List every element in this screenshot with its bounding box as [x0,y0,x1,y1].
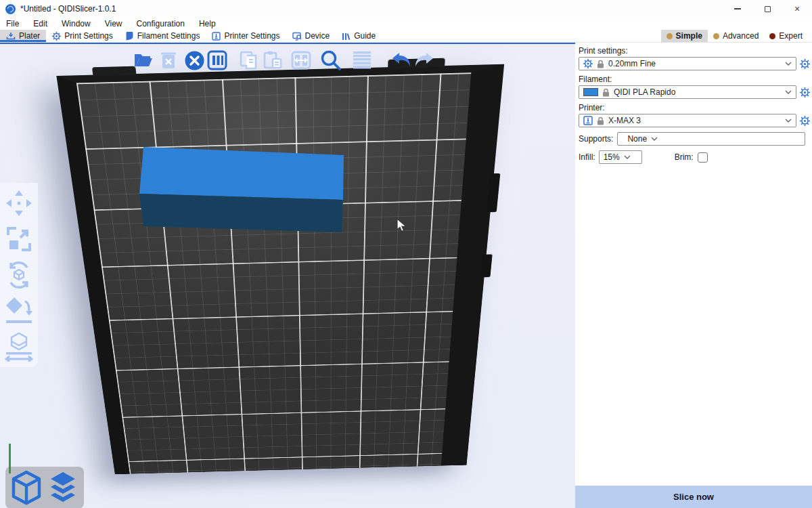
mode-expert[interactable]: Expert [764,30,808,42]
mode-label: Simple [676,31,702,41]
cut-icon [5,332,33,362]
supports-value: None [622,134,647,144]
move-icon [5,190,32,217]
lock-icon [597,60,604,68]
plate-clip [480,254,492,277]
brim-label: Brim: [675,152,694,162]
chevron-down-icon [785,62,792,66]
infill-select[interactable]: 15% [599,150,642,164]
variable-layer-height-icon [352,51,372,70]
open-folder-icon [133,51,154,69]
print-settings-gear-button[interactable] [798,59,811,69]
chevron-down-icon [785,90,792,94]
print-settings-label: Print settings: [575,45,812,57]
copy-icon [238,50,258,70]
tab-device[interactable]: Device [286,30,336,42]
tab-label: Print Settings [64,31,112,41]
gear-icon [800,87,810,98]
delete-all-button[interactable] [183,49,205,72]
rotate-button[interactable] [5,260,33,290]
title-bar: *Untitled - QIDISlicer-1.0.1 × [0,0,812,18]
menu-help[interactable]: Help [199,19,216,28]
copy-button[interactable] [238,49,259,72]
guide-icon [342,32,351,41]
plater-icon [6,32,16,41]
supports-select[interactable]: None [617,132,805,146]
scale-button[interactable] [5,224,33,254]
minimize-button[interactable] [723,0,752,18]
tab-label: Printer Settings [224,31,279,41]
chevron-down-icon [624,155,631,159]
paste-button[interactable] [262,49,284,72]
delete-button[interactable] [158,49,179,72]
tab-label: Guide [354,31,376,41]
rotate-icon [5,261,33,289]
lock-icon [602,88,610,97]
printer-label: Printer: [575,102,812,114]
tab-label: Device [305,31,330,41]
model-box[interactable] [132,139,352,240]
arrange-button[interactable] [206,49,228,72]
plate-clip [92,66,137,77]
preview-layers-icon[interactable] [46,471,80,505]
menu-view[interactable]: View [105,19,122,28]
open-button[interactable] [133,49,154,72]
tab-printer-settings[interactable]: Printer Settings [206,30,286,42]
filament-color-swatch [583,88,598,96]
brim-checkbox[interactable] [698,152,708,163]
3d-editor-icon[interactable] [10,470,43,505]
chevron-down-icon [651,137,658,141]
infill-value: 15% [604,152,620,162]
maximize-button[interactable] [752,0,782,18]
slice-now-button[interactable]: Slice now [575,486,812,508]
filament-label: Filament: [575,74,812,85]
maximize-icon [765,6,771,12]
undo-icon [390,51,412,69]
infill-label: Infill: [579,152,595,162]
tab-guide[interactable]: Guide [336,30,382,42]
menu-bar: File Edit Window View Configuration Help [0,18,812,30]
print-settings-select[interactable]: 0.20mm Fine [579,57,796,70]
menu-configuration[interactable]: Configuration [137,19,185,28]
fill-bed-button[interactable] [290,49,312,72]
scale-icon [5,226,32,253]
mouse-cursor [397,218,407,233]
variable-layer-height-button[interactable] [351,49,373,72]
mode-label: Advanced [723,31,759,41]
build-plate[interactable] [56,64,504,475]
mode-label: Expert [779,31,803,41]
tab-print-settings[interactable]: Print Settings [46,30,118,42]
menu-edit[interactable]: Edit [33,19,47,28]
mode-advanced[interactable]: Advanced [708,30,764,42]
search-button[interactable] [320,49,342,72]
print-settings-icon [52,32,61,41]
supports-label: Supports: [579,134,613,144]
undo-button[interactable] [390,49,412,72]
tab-plater[interactable]: Plater [0,30,46,42]
printer-gear-button[interactable] [798,116,811,126]
paste-icon [263,50,283,70]
tab-label: Filament Settings [137,31,200,41]
filament-gear-button[interactable] [798,87,811,98]
viewport-3d[interactable] [0,43,575,508]
left-toolbar [0,183,38,367]
plate-clip [487,173,500,213]
close-button[interactable]: × [782,0,812,18]
redo-button[interactable] [413,49,435,72]
cut-button[interactable] [5,332,33,362]
mode-simple[interactable]: Simple [661,30,708,42]
printer-icon [583,116,593,125]
fill-bed-icon [291,50,311,70]
menu-file[interactable]: File [6,19,19,28]
filament-select[interactable]: QIDI PLA Rapido [579,85,796,99]
print-profile-icon [583,59,593,68]
delete-icon [160,51,177,70]
printer-value: X-MAX 3 [608,116,781,125]
tab-filament-settings[interactable]: Filament Settings [119,30,206,42]
place-on-face-button[interactable] [5,296,33,326]
move-button[interactable] [5,188,33,218]
advanced-dot-icon [713,33,719,39]
menu-window[interactable]: Window [62,19,91,28]
lock-icon [597,117,604,125]
printer-select[interactable]: X-MAX 3 [579,114,796,127]
